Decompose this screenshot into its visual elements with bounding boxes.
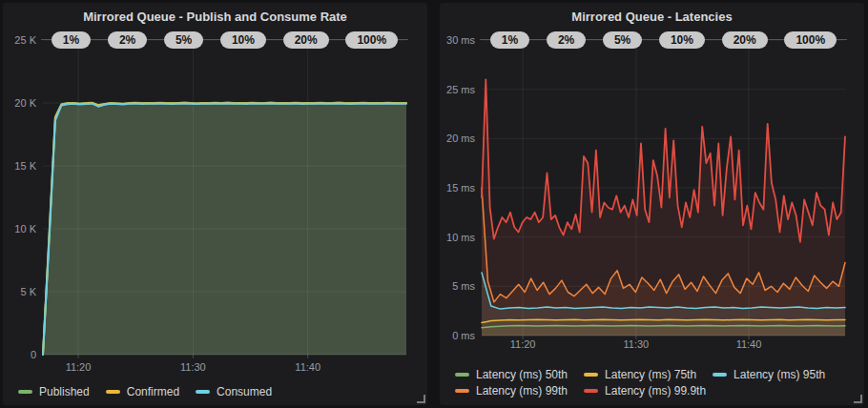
- y-axis-label: 25 K: [14, 34, 36, 46]
- latency-legend: Latency (ms) 50thLatency (ms) 75thLatenc…: [455, 368, 841, 398]
- annotation-pill-10pct[interactable]: 10%: [220, 31, 266, 49]
- legend-color-dash: [455, 389, 469, 393]
- y-axis-label: 15 ms: [446, 182, 475, 194]
- legend-label: Published: [39, 385, 90, 398]
- legend-label: Latency (ms) 50th: [476, 368, 568, 381]
- legend-label: Latency (ms) 95th: [734, 368, 825, 381]
- panel-publish-consume-rate: Mirrored Queue - Publish and Consume Rat…: [3, 3, 427, 405]
- annotation-pill-1pct[interactable]: 1%: [490, 31, 529, 49]
- rate-chart-canvas[interactable]: 25 K20 K15 K10 K5 K011:2011:3011:40: [3, 3, 427, 405]
- legend-item-latency-ms-95th[interactable]: Latency (ms) 95th: [713, 368, 825, 381]
- y-axis-label: 15 K: [14, 160, 36, 172]
- legend-item-consumed[interactable]: Consumed: [196, 385, 272, 398]
- y-axis-label: 25 ms: [446, 84, 475, 95]
- legend-color-dash: [106, 390, 120, 394]
- y-axis-label: 30 ms: [446, 34, 475, 46]
- annotation-pills-row: 1%2%5%10%20%100%: [43, 31, 406, 49]
- legend-item-latency-ms-75th[interactable]: Latency (ms) 75th: [584, 368, 696, 381]
- y-axis-label: 20 K: [14, 97, 36, 109]
- legend-color-dash: [455, 373, 469, 377]
- legend-label: Latency (ms) 99th: [476, 384, 568, 398]
- legend-item-confirmed[interactable]: Confirmed: [106, 385, 179, 398]
- legend-label: Latency (ms) 99.9th: [605, 384, 706, 398]
- x-axis-label: 11:20: [66, 361, 92, 373]
- legend-item-latency-ms-99th[interactable]: Latency (ms) 99th: [455, 384, 568, 398]
- legend-color-dash: [584, 389, 598, 393]
- y-axis-label: 5 K: [20, 286, 36, 297]
- annotation-pill-20pct[interactable]: 20%: [722, 31, 768, 49]
- panel-latencies: Mirrored Queue - Latencies 30 ms25 ms20 …: [440, 3, 864, 405]
- annotation-pill-5pct[interactable]: 5%: [164, 31, 203, 49]
- legend-color-dash: [18, 390, 32, 394]
- annotation-pill-2pct[interactable]: 2%: [547, 31, 586, 49]
- legend-color-dash: [584, 373, 598, 377]
- legend-item-latency-ms-99-9th[interactable]: Latency (ms) 99.9th: [584, 384, 706, 398]
- annotation-pill-1pct[interactable]: 1%: [52, 31, 91, 49]
- y-axis-label: 5 ms: [452, 280, 475, 292]
- y-axis-label: 10 ms: [446, 232, 475, 243]
- legend-item-published[interactable]: Published: [18, 385, 90, 398]
- legend-label: Confirmed: [127, 385, 179, 398]
- rate-legend: PublishedConfirmedConsumed: [18, 385, 288, 398]
- legend-item-latency-ms-50th[interactable]: Latency (ms) 50th: [455, 368, 568, 381]
- annotation-pill-100pct[interactable]: 100%: [784, 31, 837, 49]
- x-axis-label: 11:40: [295, 361, 320, 373]
- legend-color-dash: [196, 390, 210, 394]
- x-axis-label: 11:20: [510, 338, 536, 350]
- y-axis-label: 10 K: [14, 223, 36, 235]
- x-axis-label: 11:40: [736, 338, 762, 350]
- annotation-pill-2pct[interactable]: 2%: [108, 31, 147, 49]
- x-axis-label: 11:30: [624, 338, 650, 350]
- x-axis-label: 11:30: [180, 361, 206, 373]
- latency-chart-canvas[interactable]: 30 ms25 ms20 ms15 ms10 ms5 ms0 ms11:2011…: [440, 3, 864, 405]
- legend-label: Consumed: [217, 385, 272, 398]
- annotation-pills-row: 1%2%5%10%20%100%: [482, 31, 845, 49]
- panel-resize-handle[interactable]: [854, 395, 862, 403]
- legend-color-dash: [713, 373, 727, 377]
- legend-label: Latency (ms) 75th: [605, 368, 696, 381]
- panel-resize-handle[interactable]: [417, 395, 425, 403]
- grafana-dashboard: Mirrored Queue - Publish and Consume Rat…: [0, 0, 868, 408]
- annotation-pill-5pct[interactable]: 5%: [603, 31, 642, 49]
- y-axis-label: 0: [31, 349, 36, 360]
- annotation-pill-20pct[interactable]: 20%: [283, 31, 329, 49]
- y-axis-label: 0 ms: [452, 330, 475, 341]
- annotation-pill-100pct[interactable]: 100%: [345, 31, 398, 49]
- y-axis-label: 20 ms: [446, 133, 475, 144]
- annotation-pill-10pct[interactable]: 10%: [659, 31, 705, 49]
